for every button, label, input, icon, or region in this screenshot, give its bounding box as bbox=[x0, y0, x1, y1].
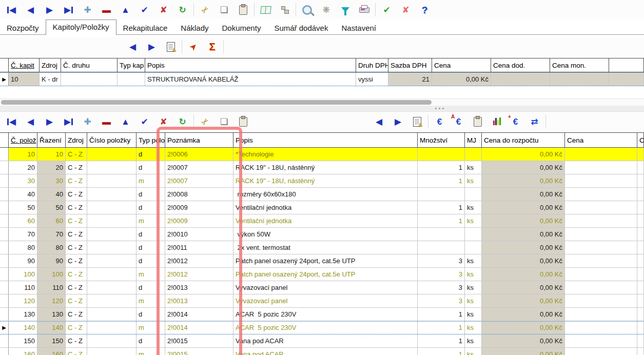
cell-razeni[interactable]: 20 bbox=[37, 161, 66, 174]
cell-cer[interactable] bbox=[637, 241, 644, 254]
cell-sazba_dph[interactable]: 21 bbox=[388, 72, 432, 86]
row-marker[interactable] bbox=[0, 148, 9, 161]
cell-popis[interactable]: rozměry 60x60x180 bbox=[233, 188, 418, 201]
cell-cislo[interactable] bbox=[87, 148, 136, 161]
cell-c_poloz[interactable]: 120 bbox=[9, 294, 37, 307]
cell-mnozstvi[interactable]: 3 bbox=[418, 281, 465, 294]
prev-icon[interactable]: ◀ bbox=[21, 114, 40, 129]
cell-zdroj[interactable]: C - Z bbox=[66, 161, 87, 174]
cell-c_poloz[interactable]: 60 bbox=[9, 214, 37, 227]
cell-popis[interactable]: *Technologie bbox=[233, 148, 418, 161]
cell-popis[interactable]: RACK 19" - 18U, nástěnný bbox=[233, 174, 418, 187]
post-icon[interactable]: ✔ bbox=[135, 114, 154, 129]
column-header-razeni[interactable]: Řazení bbox=[37, 133, 66, 147]
cell-cena[interactable] bbox=[565, 334, 637, 347]
column-header-cena_mon[interactable]: Cena mon. bbox=[550, 58, 609, 72]
price-euro-icon[interactable]: € bbox=[430, 114, 449, 129]
column-header-c_druhu[interactable]: Č. druhu bbox=[61, 58, 118, 72]
table-row[interactable]: 1010C - Zd2!0006*Technologie0,00 Kč bbox=[0, 148, 644, 161]
row-marker[interactable] bbox=[0, 254, 9, 267]
column-header-mnozstvi[interactable]: Množství bbox=[418, 133, 465, 147]
cell-zdroj[interactable]: C - Z bbox=[66, 241, 87, 254]
cell-poznamka[interactable]: 2!0011 bbox=[165, 241, 233, 254]
cell-popis[interactable]: Vana pod ACAR bbox=[233, 334, 418, 347]
search-icon[interactable] bbox=[298, 2, 317, 17]
cell-mnozstvi[interactable]: 1 bbox=[418, 214, 465, 227]
delete-icon[interactable]: ▬ bbox=[97, 114, 116, 129]
cell-cena_dod[interactable] bbox=[491, 72, 550, 86]
cell-c_poloz[interactable]: 80 bbox=[9, 241, 37, 254]
cell-mj[interactable]: ks bbox=[465, 281, 482, 294]
cell-mj[interactable]: ks bbox=[465, 201, 482, 214]
tab-nastaven-[interactable]: Nastavení bbox=[335, 22, 383, 35]
table-row[interactable]: 3030C - Zm2!0007RACK 19" - 18U, nástěnný… bbox=[0, 174, 644, 188]
settings-gear-icon[interactable]: ❋ bbox=[317, 2, 336, 17]
move-up-icon[interactable]: ▲ bbox=[116, 2, 135, 17]
column-header-filler[interactable] bbox=[609, 58, 644, 72]
cell-typ[interactable]: m bbox=[136, 348, 165, 355]
sum-sigma-icon[interactable]: Σ bbox=[203, 39, 222, 54]
tab-dokumenty[interactable]: Dokumenty bbox=[216, 22, 268, 35]
open-book-icon[interactable] bbox=[256, 2, 275, 17]
cell-razeni[interactable]: 60 bbox=[37, 214, 66, 227]
cell-mj[interactable] bbox=[465, 188, 482, 201]
cell-cer[interactable] bbox=[637, 228, 644, 241]
row-marker[interactable]: ▶ bbox=[0, 321, 9, 334]
cell-cena[interactable] bbox=[565, 228, 637, 241]
cell-popis[interactable]: RACK 19" - 18U, nástěnný bbox=[233, 161, 418, 174]
cell-zdroj[interactable]: C - Z bbox=[66, 334, 87, 347]
cell-typ[interactable]: d bbox=[136, 281, 165, 294]
cell-typ[interactable]: d bbox=[136, 188, 165, 201]
cell-typ[interactable]: d bbox=[136, 308, 165, 321]
cell-cena_rozp[interactable]: 0,00 Kč bbox=[482, 214, 565, 227]
next-icon[interactable]: ▶ bbox=[40, 114, 59, 129]
cell-cena_rozp[interactable]: 0,00 Kč bbox=[482, 148, 565, 161]
cell-cislo[interactable] bbox=[87, 321, 136, 334]
cell-zdroj[interactable]: C - Z bbox=[66, 348, 87, 355]
cell-cena[interactable] bbox=[565, 174, 637, 187]
table-row[interactable]: 4040C - Zd2!0008 rozměry 60x60x1800,00 K… bbox=[0, 188, 644, 201]
cell-mnozstvi[interactable]: 1 bbox=[418, 201, 465, 214]
cell-cena[interactable] bbox=[565, 148, 637, 161]
cell-c_poloz[interactable]: 90 bbox=[9, 254, 37, 267]
cell-c_poloz[interactable]: 70 bbox=[9, 228, 37, 241]
print-icon[interactable] bbox=[355, 2, 374, 17]
cell-cena_rozp[interactable]: 0,00 Kč bbox=[482, 281, 565, 294]
cell-zdroj[interactable]: C - Z bbox=[66, 281, 87, 294]
cell-filler[interactable] bbox=[609, 72, 644, 86]
cell-popis[interactable]: STRUKTUROVANÁ KABELÁŽ bbox=[145, 72, 356, 86]
cell-cislo[interactable] bbox=[87, 214, 136, 227]
cell-typ[interactable]: d bbox=[136, 241, 165, 254]
cell-poznamka[interactable]: 2!0013 bbox=[165, 294, 233, 307]
cell-popis[interactable]: Vyvazovací panel bbox=[233, 294, 418, 307]
cell-poznamka[interactable]: 2!0012 bbox=[165, 268, 233, 281]
cell-cena_rozp[interactable]: 0,00 Kč bbox=[482, 308, 565, 321]
cell-cena[interactable] bbox=[565, 214, 637, 227]
cell-mnozstvi[interactable]: 3 bbox=[418, 294, 465, 307]
cell-poznamka[interactable]: 2!0010 bbox=[165, 228, 233, 241]
cell-mj[interactable]: ks bbox=[465, 161, 482, 174]
table-row[interactable]: 130130C - Zd2!0014ACAR 5 pozic 230V1ks0,… bbox=[0, 308, 644, 321]
cell-poznamka[interactable]: 2!0015 bbox=[165, 348, 233, 355]
cell-mj[interactable]: ks bbox=[465, 348, 482, 355]
cell-cislo[interactable] bbox=[87, 188, 136, 201]
column-header-cena_rozp[interactable]: Cena do rozpočtu bbox=[482, 133, 565, 147]
prev-item-icon[interactable]: ◀ bbox=[369, 114, 388, 129]
cell-cena[interactable] bbox=[565, 201, 637, 214]
cell-mnozstvi[interactable] bbox=[418, 148, 465, 161]
delete-icon[interactable]: ▬ bbox=[97, 2, 116, 17]
cell-poznamka[interactable]: 2!0015 bbox=[165, 334, 233, 347]
horizontal-scrollbar[interactable] bbox=[0, 98, 644, 106]
cell-cer[interactable] bbox=[637, 174, 644, 187]
cell-typ[interactable]: d bbox=[136, 254, 165, 267]
cell-mnozstvi[interactable]: 1 bbox=[418, 174, 465, 187]
cell-cer[interactable] bbox=[637, 294, 644, 307]
cell-typ[interactable]: m bbox=[136, 321, 165, 334]
refresh-icon[interactable]: ↻ bbox=[173, 114, 192, 129]
cell-mnozstvi[interactable]: 1 bbox=[418, 321, 465, 334]
cell-cena[interactable] bbox=[565, 321, 637, 334]
cell-cislo[interactable] bbox=[87, 308, 136, 321]
column-header-cena[interactable]: Cena bbox=[432, 58, 491, 72]
cell-poznamka[interactable]: 2!0014 bbox=[165, 308, 233, 321]
column-header-sazba_dph[interactable]: Sazba DPH bbox=[388, 58, 432, 72]
